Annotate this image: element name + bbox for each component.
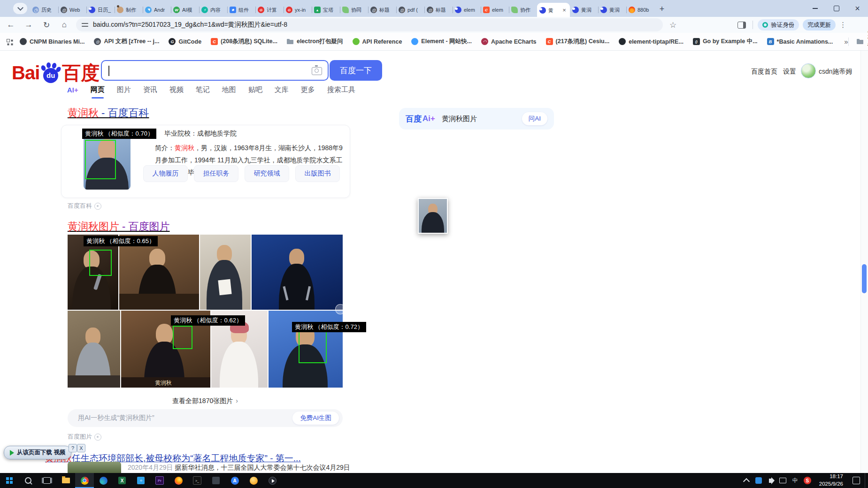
show-desktop-button[interactable] <box>865 473 868 488</box>
tray-blue-app[interactable] <box>753 473 765 488</box>
download-help-button[interactable]: ? <box>69 444 77 452</box>
browser-tab[interactable]: 计算 <box>255 3 284 17</box>
result-title-images[interactable]: 黄润秋图片 - 百度图片 <box>68 220 170 234</box>
bookmark-item[interactable]: electron打包疑问 <box>287 38 343 46</box>
browser-tab[interactable]: 协同 <box>340 3 368 17</box>
image-result[interactable] <box>200 235 251 310</box>
edge-taskbar-button[interactable] <box>94 473 113 488</box>
side-panel-icon[interactable] <box>737 22 746 29</box>
bookmark-item[interactable]: (217条消息) Cesiu... <box>546 38 610 46</box>
browser-tab[interactable]: 880b <box>626 3 654 17</box>
scrollbar-thumb[interactable] <box>862 264 867 293</box>
browser-tab[interactable]: AI模 <box>171 3 199 17</box>
bookmark-item[interactable]: Go by Example 中... <box>693 38 758 46</box>
free-ai-image-button[interactable]: 免费AI生图 <box>292 412 339 425</box>
bookmark-star-icon[interactable] <box>669 20 676 30</box>
download-close-button[interactable]: X <box>77 444 85 452</box>
url-text[interactable]: baidu.com/s?tn=25017023_19_dg&ch=1&wd=黄润… <box>93 21 287 29</box>
result-title-baike[interactable]: 黄润秋 - 百度百科 <box>68 106 149 120</box>
browser-tab[interactable]: 黄润 <box>598 3 626 17</box>
premiere-taskbar-button[interactable] <box>150 473 169 488</box>
browser-menu-icon[interactable] <box>839 21 846 29</box>
file-explorer-button[interactable] <box>56 473 75 488</box>
media-player-taskbar-button[interactable] <box>263 473 282 488</box>
browser-tab[interactable]: elem <box>453 3 481 17</box>
news-thumbnail[interactable] <box>68 462 121 473</box>
bookmarks-overflow-icon[interactable] <box>844 38 848 46</box>
nav-tab-video[interactable]: 视频 <box>169 85 184 94</box>
terminal-taskbar-button[interactable] <box>188 473 207 488</box>
browser-tab[interactable]: 制作 <box>115 3 143 17</box>
finish-update-chip[interactable]: 完成更新 <box>803 19 836 30</box>
browser-tab[interactable]: 标题 <box>424 3 453 17</box>
tab-search-chevron-icon[interactable] <box>13 3 27 14</box>
tab-close-icon[interactable] <box>561 7 568 14</box>
nav-tab-tools[interactable]: 搜索工具 <box>327 85 355 94</box>
browser-tab[interactable]: 标题 <box>368 3 396 17</box>
sogou-tray-button[interactable]: S <box>801 473 814 488</box>
browser-tab[interactable]: elem <box>481 3 509 17</box>
camera-search-icon[interactable] <box>312 67 322 75</box>
maximize-button[interactable] <box>826 0 847 17</box>
taskbar-clock[interactable]: 18:17 2025/9/26 <box>814 473 848 488</box>
user-avatar[interactable] <box>801 63 816 78</box>
browser-tab[interactable]: 日历_ <box>86 3 115 17</box>
baidu-ai-panel[interactable]: 百度 Ai+ 黄润秋图片 问AI <box>399 108 554 130</box>
nav-tab-notes[interactable]: 笔记 <box>196 85 210 94</box>
browser-tab[interactable]: Web <box>58 3 86 17</box>
firefox-taskbar-button[interactable] <box>169 473 188 488</box>
nav-tab-tieba[interactable]: 贴吧 <box>248 85 262 94</box>
browser-tab[interactable]: 内容 <box>199 3 227 17</box>
action-center-icon[interactable] <box>853 477 860 484</box>
baike-button-research[interactable]: 研究领域 <box>245 165 289 182</box>
ask-ai-button[interactable]: 问AI <box>522 112 547 125</box>
excel-taskbar-button[interactable] <box>113 473 131 488</box>
taskbar-search-button[interactable] <box>19 473 38 488</box>
bookmark-item[interactable]: GitCode <box>169 38 201 45</box>
download-video-bar[interactable]: 从该页面下载 视频 <box>4 446 71 459</box>
username-label[interactable]: csdn施蒂姆 <box>819 68 853 76</box>
baike-button-books[interactable]: 出版图书 <box>295 165 340 182</box>
forward-button[interactable]: → <box>22 18 36 31</box>
minimize-button[interactable] <box>805 0 826 17</box>
window-close-button[interactable] <box>847 0 868 17</box>
scrollbar-track[interactable] <box>860 51 868 473</box>
new-tab-button[interactable] <box>656 3 668 15</box>
baidu-search-button[interactable]: 百度一下 <box>330 60 382 81</box>
browser-tab[interactable]: pdf ( <box>396 3 424 17</box>
bookmark-item[interactable]: CNPM Binaries Mi... <box>20 38 84 45</box>
nav-tab-news[interactable]: 资讯 <box>143 85 157 94</box>
ime-indicator[interactable]: 中 <box>789 473 801 488</box>
start-button[interactable] <box>0 473 19 488</box>
reload-button[interactable]: ↻ <box>39 18 54 31</box>
browser-tab[interactable]: Andr <box>143 3 171 17</box>
image-result[interactable] <box>68 311 120 388</box>
nav-tab-more[interactable]: 更多 <box>301 85 315 94</box>
yellow-app-taskbar-button[interactable] <box>244 473 263 488</box>
tray-expand-button[interactable] <box>740 473 753 488</box>
browser-tab[interactable]: 组件 <box>227 3 255 17</box>
browser-tab[interactable]: 黄润 <box>570 3 598 17</box>
bookmark-item[interactable]: Apache ECharts <box>481 38 537 45</box>
browser-tab[interactable]: 历史 <box>30 3 58 17</box>
view-all-images-link[interactable]: 查看全部1870张图片 <box>68 397 343 405</box>
baidu-home-link[interactable]: 百度首页 <box>751 68 777 76</box>
image-result[interactable] <box>252 235 343 310</box>
chrome-taskbar-button[interactable] <box>75 473 94 488</box>
bookmark-item[interactable]: element-tiptap/RE... <box>619 38 684 45</box>
task-view-button[interactable] <box>38 473 56 488</box>
nav-tab-wenku[interactable]: 文库 <box>275 85 289 94</box>
baike-button-position[interactable]: 担任职务 <box>194 165 238 182</box>
back-button[interactable]: ← <box>4 18 18 31</box>
settings-link[interactable]: 设置 <box>783 68 796 76</box>
search-input[interactable] <box>101 60 329 81</box>
source-images[interactable]: 百度图片 <box>68 433 101 441</box>
baidu-logo[interactable]: Bai du 百度 <box>12 60 100 86</box>
bookmark-item[interactable]: API Reference <box>353 38 402 45</box>
browser-tab-active[interactable]: 黄 <box>537 3 570 18</box>
bookmark-item[interactable]: *Basic Animations... <box>767 38 833 45</box>
bookmark-item[interactable]: API 文档 [zTree -- j... <box>94 38 159 46</box>
address-bar[interactable]: baidu.com/s?tn=25017023_19_dg&ch=1&wd=黄润… <box>76 18 663 31</box>
browser-tab[interactable]: 协作 <box>509 3 537 17</box>
volume-button[interactable] <box>765 473 777 488</box>
